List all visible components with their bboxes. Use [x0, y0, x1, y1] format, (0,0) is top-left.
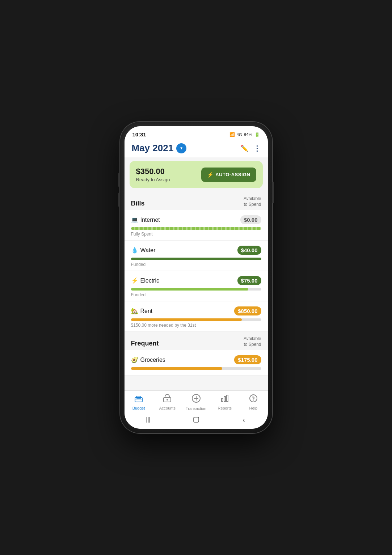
assign-card: $350.00 Ready to Assign ⚡ AUTO-ASSIGN [130, 161, 263, 188]
month-label: May 2021 [132, 143, 174, 154]
status-bar: 10:31 📶 4G 84% 🔋 [125, 126, 268, 140]
help-nav-label: Help [249, 406, 258, 410]
water-amount: $40.00 [237, 246, 261, 255]
internet-progress-fill [131, 227, 261, 230]
rent-amount: $850.00 [234, 306, 261, 315]
budget-item-rent[interactable]: 🏡 Rent $850.00 $150.00 more needed by th… [125, 301, 268, 332]
home-button[interactable] [192, 416, 200, 424]
budget-nav-label: Budget [132, 406, 145, 410]
frequent-col-label: Availableto Spend [244, 336, 261, 347]
electric-amount: $75.00 [237, 276, 261, 285]
more-options-icon[interactable]: ⋮ [253, 144, 261, 153]
electric-progress-fill [131, 288, 248, 291]
nav-help[interactable]: Help [239, 394, 267, 410]
water-name: 💧 Water [131, 247, 156, 254]
electric-progress-bg [131, 288, 261, 291]
reports-nav-icon [220, 394, 229, 405]
budget-nav-icon [134, 394, 143, 405]
edit-icon[interactable]: ✏️ [240, 144, 248, 152]
transaction-nav-icon [191, 394, 201, 405]
bottom-nav: Budget Accounts [125, 390, 268, 413]
rent-note: $150.00 more needed by the 31st [131, 323, 261, 328]
groceries-name: 🥑 Groceries [131, 356, 165, 363]
internet-note: Fully Spent [131, 232, 261, 237]
internet-amount: $0.00 [240, 215, 261, 224]
bills-title: Bills [131, 200, 145, 207]
svg-rect-13 [194, 417, 199, 422]
budget-item-water[interactable]: 💧 Water $40.00 Funded [125, 241, 268, 271]
auto-assign-button[interactable]: ⚡ AUTO-ASSIGN [201, 168, 256, 182]
water-row: 💧 Water $40.00 [131, 246, 261, 255]
auto-assign-label: AUTO-ASSIGN [215, 172, 250, 177]
groceries-amount: $175.00 [234, 355, 261, 364]
reports-nav-label: Reports [218, 406, 232, 410]
groceries-row: 🥑 Groceries $175.00 [131, 355, 261, 364]
rent-progress-fill [131, 318, 242, 321]
internet-name: 💻 Internet [131, 216, 160, 223]
frequent-section-header: Frequent Availableto Spend [125, 332, 268, 350]
svg-point-4 [167, 399, 168, 401]
svg-point-11 [250, 395, 257, 402]
electric-name: ⚡ Electric [131, 277, 159, 284]
status-icons: 📶 4G 84% 🔋 [229, 132, 260, 137]
back-button[interactable]: ‹ [240, 416, 248, 424]
bills-section-header: Bills Availableto Spend [125, 192, 268, 210]
water-emoji: 💧 [131, 247, 138, 254]
bills-col-label: Availableto Spend [244, 196, 261, 207]
water-progress-bg [131, 258, 261, 260]
assign-amount: $350.00 [136, 167, 170, 176]
nav-reports[interactable]: Reports [210, 394, 239, 410]
battery-text: 84% [244, 132, 252, 137]
battery-icon: 🔋 [254, 132, 260, 137]
groceries-progress-fill [131, 367, 222, 370]
internet-row: 💻 Internet $0.00 [131, 215, 261, 224]
phone-screen: 10:31 📶 4G 84% 🔋 May 2021 ✏️ ⋮ [125, 126, 268, 429]
transaction-nav-label: Transaction [186, 406, 206, 411]
svg-rect-9 [224, 397, 225, 402]
water-progress-fill [131, 258, 261, 260]
frequent-title: Frequent [131, 340, 159, 347]
internet-emoji: 💻 [131, 216, 138, 223]
rent-name: 🏡 Rent [131, 308, 153, 314]
nav-budget[interactable]: Budget [125, 394, 153, 410]
rent-emoji: 🏡 [131, 308, 138, 314]
status-time: 10:31 [132, 131, 146, 137]
system-nav: ||| ‹ [125, 413, 268, 429]
rent-row: 🏡 Rent $850.00 [131, 306, 261, 315]
nav-transaction[interactable]: Transaction [182, 394, 210, 411]
svg-point-12 [253, 400, 254, 401]
accounts-nav-icon [163, 394, 172, 405]
month-title: May 2021 [132, 143, 187, 154]
header-actions: ✏️ ⋮ [240, 144, 261, 153]
app-header: May 2021 ✏️ ⋮ [125, 140, 268, 157]
assign-label: Ready to Assign [136, 177, 170, 182]
nav-accounts[interactable]: Accounts [153, 394, 182, 410]
wifi-icon: 📶 [229, 132, 235, 137]
app-content[interactable]: $350.00 Ready to Assign ⚡ AUTO-ASSIGN Bi… [125, 157, 268, 390]
menu-button[interactable]: ||| [144, 416, 152, 424]
signal-icon: 4G [237, 132, 242, 137]
electric-note: Funded [131, 292, 261, 297]
accounts-nav-label: Accounts [159, 406, 176, 410]
phone-frame: 10:31 📶 4G 84% 🔋 May 2021 ✏️ ⋮ [120, 122, 272, 433]
svg-rect-8 [222, 398, 223, 402]
help-nav-icon [249, 394, 258, 405]
budget-item-groceries[interactable]: 🥑 Groceries $175.00 [125, 350, 268, 376]
rent-progress-bg [131, 318, 261, 321]
internet-progress-bg [131, 227, 261, 230]
electric-emoji: ⚡ [131, 277, 138, 284]
budget-item-electric[interactable]: ⚡ Electric $75.00 Funded [125, 271, 268, 301]
month-dropdown-button[interactable] [176, 143, 186, 153]
electric-row: ⚡ Electric $75.00 [131, 276, 261, 285]
groceries-progress-bg [131, 367, 261, 370]
assign-info: $350.00 Ready to Assign [136, 167, 170, 182]
bolt-icon: ⚡ [207, 172, 214, 178]
water-note: Funded [131, 262, 261, 267]
budget-item-internet[interactable]: 💻 Internet $0.00 Fully Spent [125, 210, 268, 241]
groceries-emoji: 🥑 [131, 356, 138, 363]
svg-rect-10 [227, 395, 228, 402]
